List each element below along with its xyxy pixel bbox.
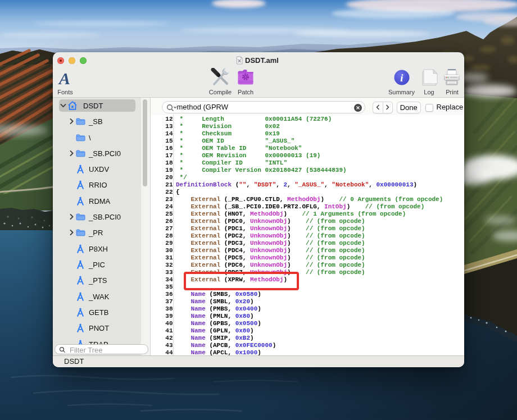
svg-text:i: i — [400, 72, 403, 84]
